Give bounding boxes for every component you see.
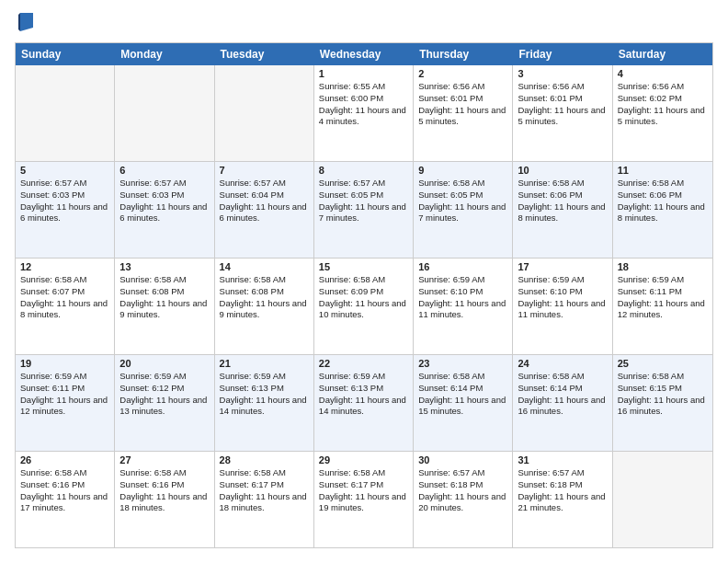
day-cell-12: 12Sunrise: 6:58 AM Sunset: 6:07 PM Dayli… bbox=[16, 259, 115, 354]
day-info: Sunrise: 6:58 AM Sunset: 6:08 PM Dayligh… bbox=[220, 274, 309, 321]
day-cell-16: 16Sunrise: 6:59 AM Sunset: 6:10 PM Dayli… bbox=[414, 259, 513, 354]
day-number: 26 bbox=[20, 454, 109, 465]
day-number: 25 bbox=[618, 358, 708, 369]
empty-cell-4-6 bbox=[613, 452, 712, 547]
svg-marker-1 bbox=[18, 13, 20, 31]
day-cell-29: 29Sunrise: 6:58 AM Sunset: 6:17 PM Dayli… bbox=[314, 452, 414, 547]
day-number: 8 bbox=[319, 165, 408, 176]
weekday-header-tuesday: Tuesday bbox=[215, 43, 314, 65]
day-info: Sunrise: 6:57 AM Sunset: 6:03 PM Dayligh… bbox=[119, 178, 209, 224]
weekday-header-saturday: Saturday bbox=[613, 43, 712, 65]
day-info: Sunrise: 6:59 AM Sunset: 6:11 PM Dayligh… bbox=[20, 371, 109, 418]
weekday-header-sunday: Sunday bbox=[16, 43, 115, 65]
day-info: Sunrise: 6:57 AM Sunset: 6:18 PM Dayligh… bbox=[418, 467, 507, 514]
day-number: 11 bbox=[618, 165, 708, 176]
day-number: 5 bbox=[20, 165, 109, 176]
day-cell-21: 21Sunrise: 6:59 AM Sunset: 6:13 PM Dayli… bbox=[215, 355, 314, 451]
day-info: Sunrise: 6:59 AM Sunset: 6:12 PM Dayligh… bbox=[119, 371, 209, 418]
day-cell-23: 23Sunrise: 6:58 AM Sunset: 6:14 PM Dayli… bbox=[414, 355, 513, 451]
day-cell-8: 8Sunrise: 6:57 AM Sunset: 6:05 PM Daylig… bbox=[314, 162, 414, 258]
day-cell-3: 3Sunrise: 6:56 AM Sunset: 6:01 PM Daylig… bbox=[513, 65, 612, 161]
calendar-row-3: 19Sunrise: 6:59 AM Sunset: 6:11 PM Dayli… bbox=[16, 354, 712, 451]
day-cell-30: 30Sunrise: 6:57 AM Sunset: 6:18 PM Dayli… bbox=[414, 452, 513, 547]
day-number: 20 bbox=[119, 358, 209, 369]
empty-cell-0-0 bbox=[16, 65, 115, 161]
day-cell-27: 27Sunrise: 6:58 AM Sunset: 6:16 PM Dayli… bbox=[115, 452, 214, 547]
day-info: Sunrise: 6:58 AM Sunset: 6:15 PM Dayligh… bbox=[618, 371, 708, 418]
day-info: Sunrise: 6:58 AM Sunset: 6:16 PM Dayligh… bbox=[119, 467, 209, 514]
day-number: 23 bbox=[418, 358, 507, 369]
day-number: 31 bbox=[518, 454, 607, 465]
page: SundayMondayTuesdayWednesdayThursdayFrid… bbox=[0, 0, 728, 563]
day-cell-13: 13Sunrise: 6:58 AM Sunset: 6:08 PM Dayli… bbox=[115, 259, 214, 354]
day-info: Sunrise: 6:58 AM Sunset: 6:06 PM Dayligh… bbox=[618, 178, 708, 224]
weekday-header-friday: Friday bbox=[513, 43, 612, 65]
day-number: 7 bbox=[220, 165, 309, 176]
day-cell-9: 9Sunrise: 6:58 AM Sunset: 6:05 PM Daylig… bbox=[414, 162, 513, 258]
calendar-row-2: 12Sunrise: 6:58 AM Sunset: 6:07 PM Dayli… bbox=[16, 258, 712, 354]
weekday-header-wednesday: Wednesday bbox=[314, 43, 414, 65]
logo-icon bbox=[17, 11, 35, 33]
day-info: Sunrise: 6:56 AM Sunset: 6:02 PM Dayligh… bbox=[618, 81, 708, 128]
day-cell-7: 7Sunrise: 6:57 AM Sunset: 6:04 PM Daylig… bbox=[215, 162, 314, 258]
day-cell-26: 26Sunrise: 6:58 AM Sunset: 6:16 PM Dayli… bbox=[16, 452, 115, 547]
day-number: 22 bbox=[319, 358, 408, 369]
day-number: 24 bbox=[518, 358, 607, 369]
calendar-body: 1Sunrise: 6:55 AM Sunset: 6:00 PM Daylig… bbox=[16, 65, 712, 547]
weekday-header-monday: Monday bbox=[115, 43, 214, 65]
day-info: Sunrise: 6:57 AM Sunset: 6:05 PM Dayligh… bbox=[319, 178, 408, 224]
calendar-row-0: 1Sunrise: 6:55 AM Sunset: 6:00 PM Daylig… bbox=[16, 65, 712, 161]
day-cell-4: 4Sunrise: 6:56 AM Sunset: 6:02 PM Daylig… bbox=[613, 65, 712, 161]
day-cell-2: 2Sunrise: 6:56 AM Sunset: 6:01 PM Daylig… bbox=[414, 65, 513, 161]
day-number: 29 bbox=[319, 454, 408, 465]
day-cell-24: 24Sunrise: 6:58 AM Sunset: 6:14 PM Dayli… bbox=[513, 355, 612, 451]
day-info: Sunrise: 6:58 AM Sunset: 6:09 PM Dayligh… bbox=[319, 274, 408, 321]
day-cell-18: 18Sunrise: 6:59 AM Sunset: 6:11 PM Dayli… bbox=[613, 259, 712, 354]
day-info: Sunrise: 6:58 AM Sunset: 6:14 PM Dayligh… bbox=[518, 371, 607, 418]
day-cell-14: 14Sunrise: 6:58 AM Sunset: 6:08 PM Dayli… bbox=[215, 259, 314, 354]
day-info: Sunrise: 6:59 AM Sunset: 6:13 PM Dayligh… bbox=[319, 371, 408, 418]
day-info: Sunrise: 6:57 AM Sunset: 6:04 PM Dayligh… bbox=[220, 178, 309, 224]
day-cell-17: 17Sunrise: 6:59 AM Sunset: 6:10 PM Dayli… bbox=[513, 259, 612, 354]
day-cell-31: 31Sunrise: 6:57 AM Sunset: 6:18 PM Dayli… bbox=[513, 452, 612, 547]
day-info: Sunrise: 6:58 AM Sunset: 6:05 PM Dayligh… bbox=[418, 178, 507, 224]
calendar: SundayMondayTuesdayWednesdayThursdayFrid… bbox=[15, 42, 713, 548]
day-info: Sunrise: 6:56 AM Sunset: 6:01 PM Dayligh… bbox=[518, 81, 607, 128]
day-info: Sunrise: 6:59 AM Sunset: 6:10 PM Dayligh… bbox=[418, 274, 507, 321]
day-number: 3 bbox=[518, 68, 607, 79]
day-number: 28 bbox=[220, 454, 309, 465]
day-info: Sunrise: 6:57 AM Sunset: 6:18 PM Dayligh… bbox=[518, 467, 607, 514]
day-number: 19 bbox=[20, 358, 109, 369]
empty-cell-0-1 bbox=[115, 65, 214, 161]
day-info: Sunrise: 6:59 AM Sunset: 6:10 PM Dayligh… bbox=[518, 274, 607, 321]
day-info: Sunrise: 6:57 AM Sunset: 6:03 PM Dayligh… bbox=[20, 178, 109, 224]
day-info: Sunrise: 6:58 AM Sunset: 6:17 PM Dayligh… bbox=[220, 467, 309, 514]
empty-cell-0-2 bbox=[215, 65, 314, 161]
day-number: 14 bbox=[220, 261, 309, 272]
day-cell-20: 20Sunrise: 6:59 AM Sunset: 6:12 PM Dayli… bbox=[115, 355, 214, 451]
day-number: 9 bbox=[418, 165, 507, 176]
day-number: 15 bbox=[319, 261, 408, 272]
day-cell-15: 15Sunrise: 6:58 AM Sunset: 6:09 PM Dayli… bbox=[314, 259, 414, 354]
day-number: 10 bbox=[518, 165, 607, 176]
calendar-row-4: 26Sunrise: 6:58 AM Sunset: 6:16 PM Dayli… bbox=[16, 451, 712, 547]
day-info: Sunrise: 6:58 AM Sunset: 6:16 PM Dayligh… bbox=[20, 467, 109, 514]
day-number: 21 bbox=[220, 358, 309, 369]
day-number: 4 bbox=[618, 68, 708, 79]
day-cell-19: 19Sunrise: 6:59 AM Sunset: 6:11 PM Dayli… bbox=[16, 355, 115, 451]
day-info: Sunrise: 6:59 AM Sunset: 6:11 PM Dayligh… bbox=[618, 274, 708, 321]
svg-marker-0 bbox=[20, 13, 33, 31]
day-info: Sunrise: 6:58 AM Sunset: 6:06 PM Dayligh… bbox=[518, 178, 607, 224]
day-info: Sunrise: 6:59 AM Sunset: 6:13 PM Dayligh… bbox=[220, 371, 309, 418]
weekday-header-thursday: Thursday bbox=[414, 43, 513, 65]
day-cell-1: 1Sunrise: 6:55 AM Sunset: 6:00 PM Daylig… bbox=[314, 65, 414, 161]
day-info: Sunrise: 6:58 AM Sunset: 6:14 PM Dayligh… bbox=[418, 371, 507, 418]
calendar-row-1: 5Sunrise: 6:57 AM Sunset: 6:03 PM Daylig… bbox=[16, 161, 712, 258]
calendar-header: SundayMondayTuesdayWednesdayThursdayFrid… bbox=[16, 43, 712, 65]
day-info: Sunrise: 6:58 AM Sunset: 6:07 PM Dayligh… bbox=[20, 274, 109, 321]
day-cell-28: 28Sunrise: 6:58 AM Sunset: 6:17 PM Dayli… bbox=[215, 452, 314, 547]
day-info: Sunrise: 6:58 AM Sunset: 6:17 PM Dayligh… bbox=[319, 467, 408, 514]
logo bbox=[15, 15, 35, 33]
day-number: 27 bbox=[119, 454, 209, 465]
header bbox=[15, 15, 713, 33]
